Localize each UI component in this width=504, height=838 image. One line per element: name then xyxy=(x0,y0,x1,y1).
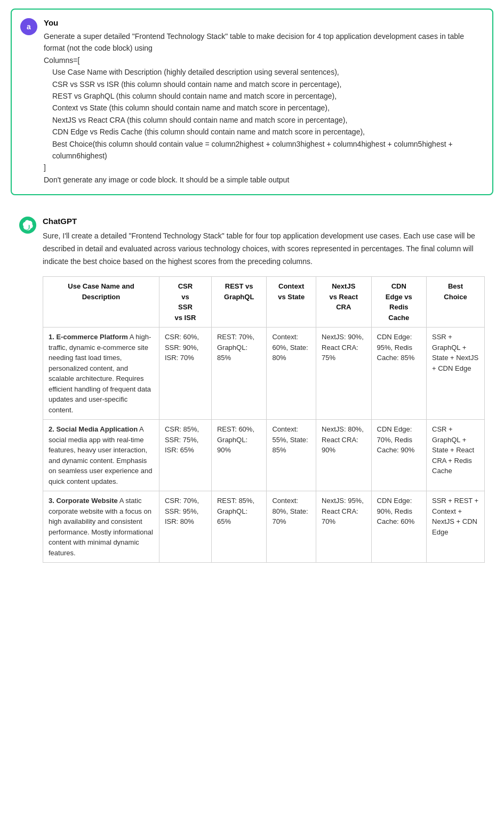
td-best-3: SSR + REST + Context + NextJS + CDN Edge xyxy=(427,491,485,563)
td-context-1: Context: 60%, State: 80% xyxy=(267,328,316,420)
td-context-3: Context: 80%, State: 70% xyxy=(267,491,316,563)
td-best-1: SSR + GraphQL + State + NextJS + CDN Edg… xyxy=(427,328,485,420)
th-nextjs: NextJSvs ReactCRA xyxy=(316,277,372,328)
td-context-2: Context: 55%, State: 85% xyxy=(267,420,316,491)
td-best-2: CSR + GraphQL + State + React CRA + Redi… xyxy=(427,420,485,491)
td-nextjs-2: NextJS: 80%, React CRA: 90% xyxy=(316,420,372,491)
main-container: a You Generate a super detailed "Fronten… xyxy=(0,0,504,593)
td-nextjs-1: NextJS: 90%, React CRA: 75% xyxy=(316,328,372,420)
chatgpt-icon xyxy=(22,220,33,230)
table-row: 1. E-commerce Platform A high-traffic, d… xyxy=(43,328,485,420)
td-usecase-1: 1. E-commerce Platform A high-traffic, d… xyxy=(43,328,159,420)
gpt-intro: Sure, I'll create a detailed "Frontend T… xyxy=(43,230,485,268)
th-csr: CSRvsSSRvs ISR xyxy=(159,277,211,328)
td-nextjs-3: NextJS: 95%, React CRA: 70% xyxy=(316,491,372,563)
td-rest-2: REST: 60%, GraphQL: 90% xyxy=(211,420,267,491)
td-rest-1: REST: 70%, GraphQL: 85% xyxy=(211,328,267,420)
td-rest-3: REST: 85%, GraphQL: 65% xyxy=(211,491,267,563)
th-cdn: CDNEdge vsRedisCache xyxy=(371,277,427,328)
user-message: a You Generate a super detailed "Fronten… xyxy=(11,9,493,195)
td-cdn-3: CDN Edge: 90%, Redis Cache: 60% xyxy=(371,491,427,563)
gpt-avatar xyxy=(19,217,36,234)
user-content: You Generate a super detailed "Frontend … xyxy=(44,18,484,186)
td-csr-1: CSR: 60%, SSR: 90%, ISR: 70% xyxy=(159,328,211,420)
user-avatar: a xyxy=(20,18,37,35)
gpt-message: ChatGPT Sure, I'll create a detailed "Fr… xyxy=(11,208,493,571)
td-csr-3: CSR: 70%, SSR: 95%, ISR: 80% xyxy=(159,491,211,563)
technology-table: Use Case Name andDescription CSRvsSSRvs … xyxy=(43,276,485,563)
table-header-row: Use Case Name andDescription CSRvsSSRvs … xyxy=(43,277,485,328)
technology-table-wrapper: Use Case Name andDescription CSRvsSSRvs … xyxy=(43,276,485,563)
th-rest: REST vsGraphQL xyxy=(211,277,267,328)
table-row: 2. Social Media Application A social med… xyxy=(43,420,485,491)
gpt-content: ChatGPT Sure, I'll create a detailed "Fr… xyxy=(43,217,485,571)
th-context: Contextvs State xyxy=(267,277,316,328)
th-best: BestChoice xyxy=(427,277,485,328)
user-text: Generate a super detailed "Frontend Tech… xyxy=(44,30,484,186)
td-cdn-2: CDN Edge: 70%, Redis Cache: 90% xyxy=(371,420,427,491)
table-row: 3. Corporate Website A static corporate … xyxy=(43,491,485,563)
td-usecase-2: 2. Social Media Application A social med… xyxy=(43,420,159,491)
user-name: You xyxy=(44,18,484,27)
td-cdn-1: CDN Edge: 95%, Redis Cache: 85% xyxy=(371,328,427,420)
td-csr-2: CSR: 85%, SSR: 75%, ISR: 65% xyxy=(159,420,211,491)
gpt-name: ChatGPT xyxy=(43,217,485,226)
th-usecase: Use Case Name andDescription xyxy=(43,277,159,328)
td-usecase-3: 3. Corporate Website A static corporate … xyxy=(43,491,159,563)
